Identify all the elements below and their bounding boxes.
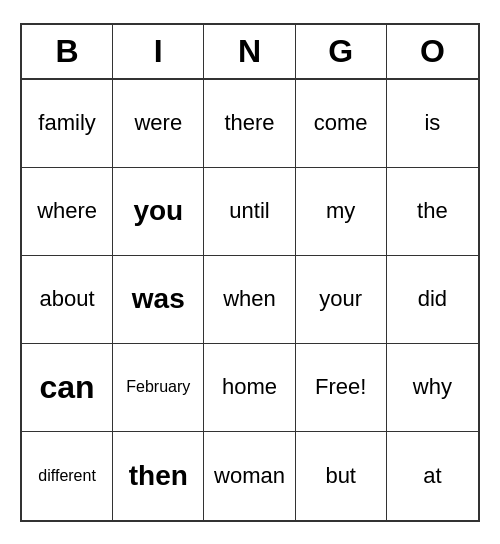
bingo-cell-21: then [113,432,204,520]
cell-text-7: until [229,198,269,224]
bingo-cell-23: but [296,432,387,520]
cell-text-12: when [223,286,276,312]
bingo-cell-15: can [22,344,113,432]
cell-text-23: but [325,463,356,489]
bingo-cell-19: why [387,344,478,432]
cell-text-10: about [40,286,95,312]
header-letter-i: I [113,25,204,78]
bingo-cell-3: come [296,80,387,168]
cell-text-13: your [319,286,362,312]
bingo-cell-18: Free! [296,344,387,432]
bingo-cell-20: different [22,432,113,520]
bingo-cell-4: is [387,80,478,168]
header-letter-b: B [22,25,113,78]
cell-text-22: woman [214,463,285,489]
cell-text-1: were [134,110,182,136]
bingo-cell-1: were [113,80,204,168]
header-letter-g: G [296,25,387,78]
cell-text-5: where [37,198,97,224]
bingo-cell-17: home [204,344,295,432]
cell-text-20: different [38,467,96,485]
cell-text-16: February [126,378,190,396]
cell-text-0: family [38,110,95,136]
bingo-cell-12: when [204,256,295,344]
cell-text-3: come [314,110,368,136]
cell-text-15: can [40,369,95,406]
cell-text-8: my [326,198,355,224]
cell-text-6: you [133,195,183,227]
bingo-cell-8: my [296,168,387,256]
bingo-header: BINGO [22,25,478,80]
bingo-cell-2: there [204,80,295,168]
cell-text-11: was [132,283,185,315]
bingo-cell-9: the [387,168,478,256]
bingo-cell-16: February [113,344,204,432]
bingo-cell-5: where [22,168,113,256]
bingo-card: BINGO familyweretherecomeiswhereyouuntil… [20,23,480,522]
cell-text-4: is [424,110,440,136]
bingo-cell-0: family [22,80,113,168]
cell-text-19: why [413,374,452,400]
bingo-cell-11: was [113,256,204,344]
bingo-cell-13: your [296,256,387,344]
cell-text-24: at [423,463,441,489]
cell-text-21: then [129,460,188,492]
cell-text-18: Free! [315,374,366,400]
cell-text-17: home [222,374,277,400]
cell-text-14: did [418,286,447,312]
header-letter-o: O [387,25,478,78]
bingo-cell-7: until [204,168,295,256]
bingo-grid: familyweretherecomeiswhereyouuntilmythea… [22,80,478,520]
bingo-cell-24: at [387,432,478,520]
cell-text-9: the [417,198,448,224]
header-letter-n: N [204,25,295,78]
bingo-cell-10: about [22,256,113,344]
bingo-cell-14: did [387,256,478,344]
cell-text-2: there [224,110,274,136]
bingo-cell-22: woman [204,432,295,520]
bingo-cell-6: you [113,168,204,256]
